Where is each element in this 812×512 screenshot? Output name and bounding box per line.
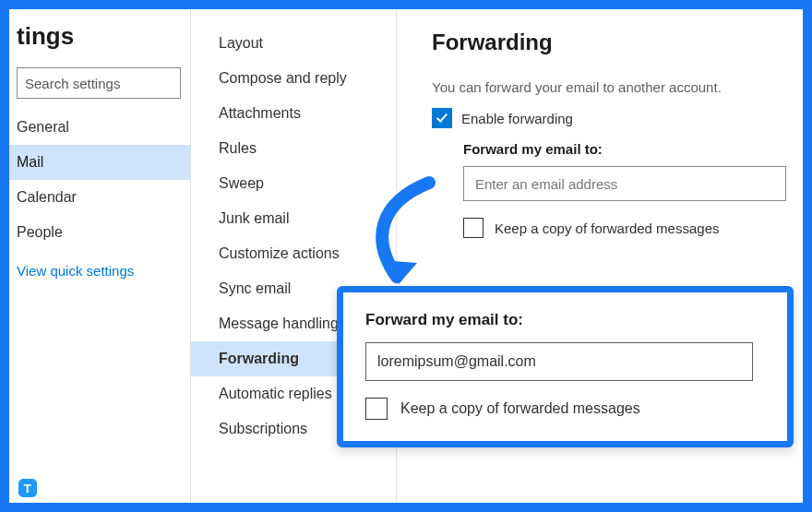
forward-email-placeholder: Enter an email address bbox=[475, 176, 617, 192]
subnav-rules[interactable]: Rules bbox=[191, 131, 396, 166]
search-placeholder-text: Search settings bbox=[25, 76, 120, 91]
callout-email-input[interactable]: loremipsum@gmail.com bbox=[365, 342, 753, 381]
forward-to-label: Forward my email to: bbox=[463, 141, 775, 157]
forward-callout: Forward my email to: loremipsum@gmail.co… bbox=[337, 286, 794, 447]
template-net-logo: T TEMPLATE.NET bbox=[18, 479, 151, 497]
enable-forwarding-checkbox[interactable] bbox=[432, 108, 452, 128]
subnav-junk-email[interactable]: Junk email bbox=[191, 201, 396, 236]
subnav-sweep[interactable]: Sweep bbox=[191, 166, 396, 201]
nav-item-people[interactable]: People bbox=[9, 215, 190, 250]
callout-forward-to-label: Forward my email to: bbox=[365, 311, 765, 329]
logo-brand-2: .NET bbox=[120, 481, 151, 495]
enable-forwarding-label: Enable forwarding bbox=[461, 111, 573, 126]
nav-item-mail[interactable]: Mail bbox=[9, 145, 190, 180]
subnav-layout[interactable]: Layout bbox=[191, 26, 396, 61]
checkmark-icon bbox=[436, 112, 448, 125]
logo-t-icon: T bbox=[18, 479, 37, 497]
keep-copy-checkbox[interactable] bbox=[463, 218, 484, 238]
enable-forwarding-row: Enable forwarding bbox=[432, 108, 775, 128]
callout-keep-copy-checkbox[interactable] bbox=[365, 398, 388, 420]
settings-sidebar: tings Search settings General Mail Calen… bbox=[9, 9, 191, 503]
nav-item-general[interactable]: General bbox=[9, 110, 190, 145]
forward-email-input[interactable]: Enter an email address bbox=[463, 166, 786, 201]
callout-email-value: loremipsum@gmail.com bbox=[377, 353, 536, 370]
search-settings-input[interactable]: Search settings bbox=[17, 67, 181, 99]
page-description: You can forward your email to another ac… bbox=[432, 79, 775, 95]
page-heading: Forwarding bbox=[432, 30, 775, 55]
settings-panel: tings Search settings General Mail Calen… bbox=[9, 9, 803, 503]
keep-copy-label: Keep a copy of forwarded messages bbox=[495, 220, 719, 236]
subnav-customize-actions[interactable]: Customize actions bbox=[191, 236, 396, 271]
logo-brand-1: TEMPLATE bbox=[42, 481, 114, 495]
keep-copy-row: Keep a copy of forwarded messages bbox=[463, 218, 775, 238]
settings-title: tings bbox=[9, 9, 190, 64]
subnav-attachments[interactable]: Attachments bbox=[191, 96, 396, 131]
callout-keep-copy-label: Keep a copy of forwarded messages bbox=[400, 400, 640, 417]
callout-keep-copy-row: Keep a copy of forwarded messages bbox=[365, 398, 765, 420]
nav-item-calendar[interactable]: Calendar bbox=[9, 180, 190, 215]
view-quick-settings-link[interactable]: View quick settings bbox=[9, 250, 190, 279]
subnav-compose-reply[interactable]: Compose and reply bbox=[191, 61, 396, 96]
